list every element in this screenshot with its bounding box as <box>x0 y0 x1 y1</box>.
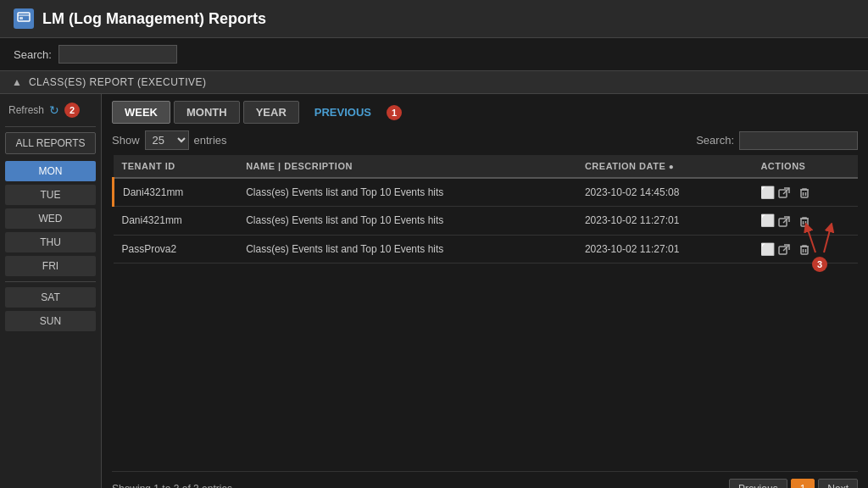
show-entries-control: Show 25 10 50 100 entries <box>112 130 227 150</box>
page-header: LM (Log Management) Reports <box>0 0 868 38</box>
cell-tenant-id: Dani4321mm <box>114 207 238 235</box>
table-search-input[interactable] <box>739 131 858 150</box>
top-search-input[interactable] <box>58 45 177 64</box>
svg-line-20 <box>824 227 831 252</box>
content-area: WEEK MONTH YEAR PREVIOUS 1 Show 25 10 50… <box>102 94 868 488</box>
col-name-desc: Name | Description <box>237 155 576 178</box>
tabs-row: WEEK MONTH YEAR PREVIOUS 1 <box>112 101 858 124</box>
cell-date: 2023-10-02 11:27:01 <box>576 235 753 263</box>
app-icon <box>14 8 34 29</box>
cell-actions: ⬜ <box>752 178 858 207</box>
table-row: PassProva2 Class(es) Events list and Top… <box>114 235 859 263</box>
page-1-button[interactable]: 1 <box>791 479 815 488</box>
sidebar-badge: 2 <box>64 103 80 118</box>
sidebar-day-thu[interactable]: THU <box>5 232 96 252</box>
chevron-up-icon: ▲ <box>12 76 22 88</box>
svg-line-19 <box>807 227 815 252</box>
tab-previous[interactable]: PREVIOUS <box>303 102 383 123</box>
page-title: LM (Log Management) Reports <box>42 10 266 28</box>
cell-date: 2023-10-02 14:45:08 <box>576 178 753 207</box>
open-icon[interactable]: ⬜ <box>760 214 790 227</box>
reports-table: Tenant ID Name | Description Creation Da… <box>112 155 858 263</box>
cell-date: 2023-10-02 11:27:01 <box>576 207 753 235</box>
previous-badge: 1 <box>387 105 402 120</box>
showing-text: Showing 1 to 3 of 3 entries <box>112 483 232 488</box>
col-tenant-id: Tenant ID <box>114 155 238 178</box>
next-button[interactable]: Next <box>818 479 858 488</box>
main-layout: Refresh ↻ 2 ALL REPORTS MON TUE WED THU … <box>0 94 868 488</box>
sidebar-day-tue[interactable]: TUE <box>5 185 96 205</box>
sidebar-divider-top <box>5 126 96 127</box>
table-footer: Showing 1 to 3 of 3 entries Previous 1 N… <box>112 471 858 488</box>
table-search-label: Search: <box>696 134 734 147</box>
cell-name: Class(es) Events list and Top 10 Events … <box>237 207 576 235</box>
table-row: Dani4321mm Class(es) Events list and Top… <box>114 207 859 235</box>
cell-name: Class(es) Events list and Top 10 Events … <box>237 178 576 207</box>
svg-rect-5 <box>801 190 808 197</box>
entries-select[interactable]: 25 10 50 100 <box>145 130 189 150</box>
show-label: Show <box>112 134 140 147</box>
col-creation-date: Creation Date ● <box>576 155 753 178</box>
sidebar-day-sat[interactable]: SAT <box>5 287 96 308</box>
tab-year[interactable]: YEAR <box>243 101 299 124</box>
col-actions: Actions <box>752 155 858 178</box>
svg-rect-0 <box>18 13 30 21</box>
previous-button[interactable]: Previous <box>729 479 787 488</box>
sidebar-day-sun[interactable]: SUN <box>5 311 96 331</box>
entries-label: entries <box>194 134 227 147</box>
refresh-label: Refresh <box>8 104 44 116</box>
sidebar-divider-bottom <box>5 281 96 282</box>
refresh-row: Refresh ↻ 2 <box>5 101 96 119</box>
table-row: Dani4321mm Class(es) Events list and Top… <box>114 178 859 207</box>
all-reports-button[interactable]: ALL REPORTS <box>5 132 96 154</box>
table-header-row: Tenant ID Name | Description Creation Da… <box>114 155 859 178</box>
refresh-icon[interactable]: ↻ <box>49 103 59 117</box>
tab-month[interactable]: MONTH <box>174 101 240 124</box>
cell-tenant-id: PassProva2 <box>114 235 238 263</box>
delete-icon[interactable] <box>798 186 810 199</box>
cell-name: Class(es) Events list and Top 10 Events … <box>237 235 576 263</box>
annotation-arrows <box>798 223 841 257</box>
sidebar-day-fri[interactable]: FRI <box>5 256 96 276</box>
open-icon[interactable]: ⬜ <box>760 186 790 199</box>
top-search-bar: Search: <box>0 38 868 70</box>
sidebar: Refresh ↻ 2 ALL REPORTS MON TUE WED THU … <box>0 94 102 488</box>
svg-rect-2 <box>19 17 23 19</box>
section-header: ▲ Class(es) report (executive) <box>0 70 868 94</box>
section-title: Class(es) report (executive) <box>29 76 207 88</box>
cell-tenant-id: Dani4321mm <box>114 178 238 207</box>
table-search-group: Search: <box>696 131 858 150</box>
table-controls: Show 25 10 50 100 entries Search: <box>112 130 858 150</box>
annotation-badge-3: 3 <box>812 257 827 272</box>
sidebar-day-wed[interactable]: WED <box>5 208 96 229</box>
sidebar-day-mon[interactable]: MON <box>5 161 96 181</box>
open-icon[interactable]: ⬜ <box>760 242 790 256</box>
tab-week[interactable]: WEEK <box>112 101 170 124</box>
previous-tab-group: PREVIOUS 1 <box>303 102 402 123</box>
annotation-3-group: 3 <box>798 223 841 272</box>
top-search-label: Search: <box>14 48 52 61</box>
pagination-controls: Previous 1 Next <box>729 479 858 488</box>
